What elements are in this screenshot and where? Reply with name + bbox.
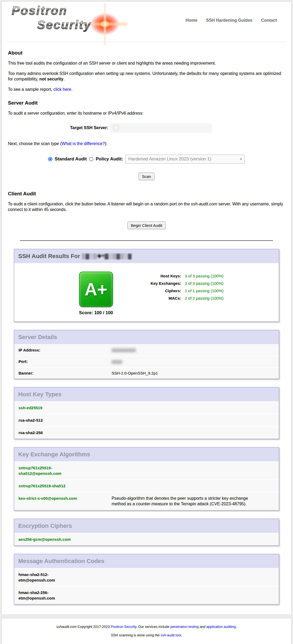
footer-positron-link[interactable]: Positron Security xyxy=(111,625,136,629)
footer-line1: sshaudit.com Copyright 2017-2023 Positro… xyxy=(4,625,289,629)
server-details-header: Server Details xyxy=(14,330,279,344)
stat-row-host-keys: Host Keys: 3 of 3 passing (100%) xyxy=(139,274,223,278)
logo-text-line2: Security xyxy=(37,19,91,31)
algorithm-name: kex-strict-s-v00@openssh.com xyxy=(19,496,112,507)
encryption-ciphers-header: Encryption Ciphers xyxy=(14,519,279,533)
about-p2-period: . xyxy=(63,77,65,81)
client-audit-domain: ssh-audit.com xyxy=(191,202,217,206)
footer-pentest-link[interactable]: penetration testing xyxy=(170,625,199,629)
sample-report-link[interactable]: click here xyxy=(53,87,71,92)
redacted-port-blob xyxy=(112,360,122,364)
begin-client-audit-button[interactable]: Begin Client Audit xyxy=(127,222,166,229)
mac-row: hmac-sha2-512-etm@openssh.com xyxy=(14,568,279,586)
scan-type-difference-link[interactable]: What is the difference? xyxy=(62,141,105,146)
detail-value-redacted xyxy=(112,348,136,353)
footer-domain: sshaudit.com xyxy=(56,625,77,629)
policy-audit-radio[interactable] xyxy=(89,157,93,161)
key-exchange-body: sntrup761x25519-sha512@openssh.com sntru… xyxy=(14,461,279,510)
redacted-ip-blob xyxy=(112,348,136,352)
encryption-ciphers-panel: Encryption Ciphers aes256-gcm@openssh.co… xyxy=(14,519,279,546)
footer-text: and xyxy=(199,625,206,629)
host-key-row: rsa-sha2-256 xyxy=(14,426,279,439)
host-key-row: ssh-ed25519 xyxy=(14,401,279,414)
footer-text: Copyright 2017-2023 xyxy=(77,625,111,629)
chevron-down-icon: ∨ xyxy=(240,157,242,161)
algorithm-name: ssh-ed25519 xyxy=(19,406,73,410)
stat-label: Host Keys: xyxy=(139,274,181,278)
results-divider xyxy=(20,240,273,241)
server-details-panel: Server Details IP Address: Port: Banner:… xyxy=(14,330,279,379)
standard-audit-radio[interactable] xyxy=(48,157,52,161)
detail-label: Banner: xyxy=(19,371,112,375)
algorithm-name: rsa-sha2-512 xyxy=(19,418,74,422)
algorithm-name: hmac-sha2-256-etm@openssh.com xyxy=(19,590,112,601)
about-p1: This free tool audits the configuration … xyxy=(8,60,285,66)
footer-text: . Our services include xyxy=(136,625,171,629)
policy-select[interactable]: Hardened Amazon Linux 2023 (version 1) ∨ xyxy=(125,155,245,164)
host-key-types-panel: Host Key Types ssh-ed25519 rsa-sha2-512 … xyxy=(14,387,279,439)
about-title: About xyxy=(8,50,285,56)
kex-row: sntrup761x25519-sha512@openssh.com xyxy=(14,461,279,479)
macs-panel: Message Authentication Codes hmac-sha2-5… xyxy=(14,554,279,605)
footer-text: . xyxy=(236,625,237,629)
begin-client-audit-row: Begin Client Audit xyxy=(8,222,285,229)
footer-appaudit-link[interactable]: application auditing xyxy=(206,625,236,629)
main-nav: Home SSH Hardening Guides Contact xyxy=(186,18,277,41)
results-title-text: SSH Audit Results For xyxy=(18,253,82,259)
algorithm-note: Pseudo-algorithm that denotes the peer s… xyxy=(112,496,256,507)
host-key-types-body: ssh-ed25519 rsa-sha2-512 rsa-sha2-256 xyxy=(14,401,279,439)
positron-security-logo[interactable]: Positron Security xyxy=(12,4,128,41)
footer-text: SSH scanning is done using the xyxy=(111,633,161,637)
nav-ssh-hardening-guides[interactable]: SSH Hardening Guides xyxy=(206,18,252,23)
stat-value: 3 of 3 passing (100%) xyxy=(185,281,223,286)
stat-label: Ciphers: xyxy=(139,289,181,293)
scan-type-line: Next, choose the scan type (What is the … xyxy=(8,141,285,147)
algorithm-name: aes256-gcm@openssh.com xyxy=(19,537,101,542)
redacted-hostname: ▒▓░▒�ग▓░▒▓▒░▓ xyxy=(82,253,132,259)
server-details-body: IP Address: Port: Banner: SSH-2.0-OpenSS… xyxy=(14,344,279,379)
stat-value: 1 of 1 passing (100%) xyxy=(185,289,223,293)
server-audit-intro: To audit a server configuration, enter i… xyxy=(8,110,285,116)
stat-label: MACs: xyxy=(139,296,181,300)
score-line: Score: 100 / 100 xyxy=(70,310,122,316)
scan-type-text: Next, choose the scan type ( xyxy=(8,141,62,146)
about-section: About This free tool audits the configur… xyxy=(2,50,291,92)
algorithm-name: hmac-sha2-512-etm@openssh.com xyxy=(19,572,112,583)
detail-label: IP Address: xyxy=(19,348,112,353)
macs-body: hmac-sha2-512-etm@openssh.com hmac-sha2-… xyxy=(14,568,279,604)
detail-row-port: Port: xyxy=(14,355,279,367)
footer: sshaudit.com Copyright 2017-2023 Positro… xyxy=(1,618,292,644)
target-server-row: Target SSH Server: xyxy=(8,123,274,133)
stat-value: 3 of 3 passing (100%) xyxy=(185,274,223,278)
header-divider xyxy=(7,42,286,42)
stat-label: Key Exchanges: xyxy=(139,281,181,286)
site-header: Positron Security Home SSH Hardening Gui… xyxy=(2,2,291,41)
grade-letter: A+ xyxy=(85,279,107,299)
standard-audit-label: Standard Audit xyxy=(55,156,87,162)
main-card: Positron Security Home SSH Hardening Gui… xyxy=(1,1,292,615)
client-audit-text: To audit a client configuration, click t… xyxy=(8,202,191,206)
mac-row: hmac-sha2-256-etm@openssh.com xyxy=(14,586,279,604)
stat-value: 2 of 2 passing (100%) xyxy=(185,296,223,300)
cipher-row: aes256-gcm@openssh.com xyxy=(14,533,279,545)
scan-type-row: Standard Audit Policy Audit: Hardened Am… xyxy=(8,155,285,164)
results-panel: SSH Audit Results For ▒▓░▒�ग▓░▒▓▒░▓ A+ S… xyxy=(14,249,279,322)
detail-value: SSH-2.0-OpenSSH_9.2p1 xyxy=(112,371,158,375)
detail-row-banner: Banner: SSH-2.0-OpenSSH_9.2p1 xyxy=(14,367,279,379)
footer-sshaudit-tool-link[interactable]: ssh-audit tool xyxy=(161,633,181,637)
algorithm-name: sntrup761x25519-sha512@openssh.com xyxy=(19,465,112,476)
scan-button[interactable]: Scan xyxy=(139,173,154,180)
about-p2-bold: not security xyxy=(39,77,63,81)
about-p3-period: . xyxy=(71,87,72,92)
target-server-label: Target SSH Server: xyxy=(70,125,108,130)
about-p3: To see a sample report, click here. xyxy=(8,87,285,92)
kex-row: sntrup761x25519-sha512 xyxy=(14,479,279,492)
detail-value-redacted xyxy=(112,359,122,364)
nav-home[interactable]: Home xyxy=(186,18,197,23)
about-p3-text: To see a sample report, xyxy=(8,87,53,92)
nav-contact[interactable]: Contact xyxy=(261,18,277,23)
macs-header: Message Authentication Codes xyxy=(14,554,279,568)
policy-audit-label: Policy Audit: xyxy=(96,156,123,162)
scan-button-row: Scan xyxy=(8,173,285,180)
target-server-input[interactable] xyxy=(110,123,212,133)
